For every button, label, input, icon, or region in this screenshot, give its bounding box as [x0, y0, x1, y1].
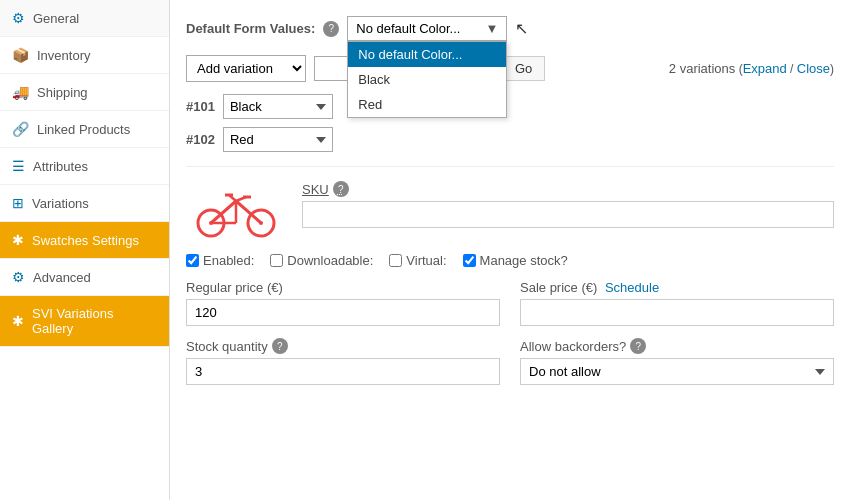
expand-link[interactable]: Expand — [743, 61, 787, 76]
stock-quantity-col: Stock quantity ? — [186, 338, 500, 385]
sidebar-item-linked-products[interactable]: 🔗 Linked Products — [0, 111, 169, 148]
link-icon: 🔗 — [12, 121, 29, 137]
variation-detail-panel: SKU ? Enabled: Downloadable: Virtual: — [186, 166, 834, 385]
enabled-checkbox-item[interactable]: Enabled: — [186, 253, 254, 268]
sidebar-item-svi-variations-gallery[interactable]: ✱ SVI Variations Gallery — [0, 296, 169, 347]
dropdown-option-black[interactable]: Black — [348, 67, 506, 92]
stock-quantity-label: Stock quantity ? — [186, 338, 500, 354]
downloadable-checkbox-item[interactable]: Downloadable: — [270, 253, 373, 268]
price-row: Regular price (€) Sale price (€) Schedul… — [186, 280, 834, 326]
stock-quantity-input[interactable] — [186, 358, 500, 385]
add-variation-row: Add variation ▼ Go 2 variations (Expand … — [186, 55, 834, 82]
sku-area: SKU ? — [302, 181, 834, 241]
allow-backorders-label: Allow backorders? ? — [520, 338, 834, 354]
sidebar: ⚙ General 📦 Inventory 🚚 Shipping 🔗 Linke… — [0, 0, 170, 500]
virtual-label: Virtual: — [406, 253, 446, 268]
sale-price-label: Sale price (€) Schedule — [520, 280, 834, 295]
sidebar-item-label: Variations — [32, 196, 89, 211]
sidebar-item-label: General — [33, 11, 79, 26]
manage-stock-label: Manage stock? — [480, 253, 568, 268]
downloadable-checkbox[interactable] — [270, 254, 283, 267]
color-dropdown-menu: No default Color... Black Red — [347, 41, 507, 118]
default-form-values-row: Default Form Values: ? No default Color.… — [186, 16, 834, 41]
schedule-link[interactable]: Schedule — [605, 280, 659, 295]
sidebar-item-label: Inventory — [37, 48, 90, 63]
add-variation-select[interactable]: Add variation — [186, 55, 306, 82]
cursor-indicator: ↖ — [515, 19, 528, 38]
help-icon[interactable]: ? — [323, 21, 339, 37]
sale-price-col: Sale price (€) Schedule — [520, 280, 834, 326]
bike-icon-area — [186, 181, 286, 241]
sidebar-item-label: Shipping — [37, 85, 88, 100]
sidebar-item-shipping[interactable]: 🚚 Shipping — [0, 74, 169, 111]
sidebar-item-attributes[interactable]: ☰ Attributes — [0, 148, 169, 185]
virtual-checkbox[interactable] — [389, 254, 402, 267]
bike-icon — [196, 181, 276, 241]
downloadable-label: Downloadable: — [287, 253, 373, 268]
variation-102-num: #102 — [186, 132, 215, 147]
regular-price-col: Regular price (€) — [186, 280, 500, 326]
variations-icon: ⊞ — [12, 195, 24, 211]
sidebar-item-general[interactable]: ⚙ General — [0, 0, 169, 37]
sidebar-item-label: Swatches Settings — [32, 233, 139, 248]
color-dropdown-trigger[interactable]: No default Color... ▼ — [347, 16, 507, 41]
backorders-help-icon[interactable]: ? — [630, 338, 646, 354]
variation-101-row: #101 Black Red — [186, 94, 834, 119]
svi-icon: ✱ — [12, 313, 24, 329]
main-content: Default Form Values: ? No default Color.… — [170, 0, 850, 500]
variation-102-select[interactable]: Black Red — [223, 127, 333, 152]
sidebar-item-label: SVI Variations Gallery — [32, 306, 157, 336]
variation-101-num: #101 — [186, 99, 215, 114]
virtual-checkbox-item[interactable]: Virtual: — [389, 253, 446, 268]
color-dropdown-container: No default Color... ▼ No default Color..… — [347, 16, 507, 41]
stock-help-icon[interactable]: ? — [272, 338, 288, 354]
regular-price-label: Regular price (€) — [186, 280, 500, 295]
attributes-icon: ☰ — [12, 158, 25, 174]
enabled-label: Enabled: — [203, 253, 254, 268]
advanced-icon: ⚙ — [12, 269, 25, 285]
sku-help-icon[interactable]: ? — [333, 181, 349, 197]
checkboxes-row: Enabled: Downloadable: Virtual: Manage s… — [186, 253, 834, 268]
allow-backorders-col: Allow backorders? ? Do not allow Allow A… — [520, 338, 834, 385]
go-button[interactable]: Go — [502, 56, 545, 81]
allow-backorders-select[interactable]: Do not allow Allow Allow, but notify cus… — [520, 358, 834, 385]
stock-row: Stock quantity ? Allow backorders? ? Do … — [186, 338, 834, 385]
dropdown-arrow-icon: ▼ — [485, 21, 498, 36]
regular-price-input[interactable] — [186, 299, 500, 326]
close-link[interactable]: Close — [797, 61, 830, 76]
sidebar-item-label: Attributes — [33, 159, 88, 174]
sidebar-item-advanced[interactable]: ⚙ Advanced — [0, 259, 169, 296]
shipping-icon: 🚚 — [12, 84, 29, 100]
sidebar-item-label: Advanced — [33, 270, 91, 285]
general-icon: ⚙ — [12, 10, 25, 26]
manage-stock-checkbox-item[interactable]: Manage stock? — [463, 253, 568, 268]
variations-count: 2 variations (Expand / Close) — [669, 61, 834, 76]
swatches-icon: ✱ — [12, 232, 24, 248]
dropdown-option-no-default[interactable]: No default Color... — [348, 42, 506, 67]
sale-price-input[interactable] — [520, 299, 834, 326]
sidebar-item-label: Linked Products — [37, 122, 130, 137]
dropdown-selected-label: No default Color... — [356, 21, 460, 36]
sidebar-item-variations[interactable]: ⊞ Variations — [0, 185, 169, 222]
sku-label: SKU ? — [302, 181, 834, 197]
sidebar-item-inventory[interactable]: 📦 Inventory — [0, 37, 169, 74]
variation-101-select[interactable]: Black Red — [223, 94, 333, 119]
default-form-label: Default Form Values: — [186, 21, 315, 36]
variation-102-row: #102 Black Red — [186, 127, 834, 152]
manage-stock-checkbox[interactable] — [463, 254, 476, 267]
variation-panel-top: SKU ? — [186, 181, 834, 241]
inventory-icon: 📦 — [12, 47, 29, 63]
sidebar-item-swatches-settings[interactable]: ✱ Swatches Settings — [0, 222, 169, 259]
enabled-checkbox[interactable] — [186, 254, 199, 267]
dropdown-option-red[interactable]: Red — [348, 92, 506, 117]
sku-input[interactable] — [302, 201, 834, 228]
